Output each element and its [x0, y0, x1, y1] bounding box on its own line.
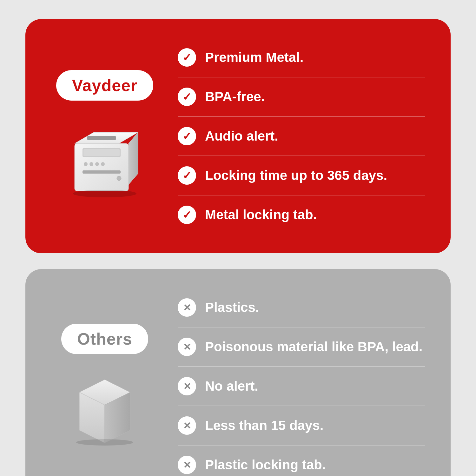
svg-point-6 — [84, 162, 88, 166]
vaydeer-brand-badge: Vaydeer — [56, 70, 154, 101]
feature-row-0: Premium Metal. — [178, 38, 425, 77]
others-feature-text-4: Plastic locking tab. — [205, 457, 326, 473]
others-feature-row-1: Poisonous material like BPA, lead. — [178, 327, 425, 367]
vaydeer-card-left: Vaydeer — [51, 70, 159, 202]
others-feature-text-1: Poisonous material like BPA, lead. — [205, 339, 422, 355]
svg-rect-3 — [87, 136, 116, 140]
feature-row-3: Locking time up to 365 days. — [178, 156, 425, 195]
others-feature-text-2: No alert. — [205, 378, 258, 394]
others-feature-row-2: No alert. — [178, 367, 425, 406]
vaydeer-features-list: Premium Metal. BPA-free. Audio alert. Lo… — [178, 38, 425, 234]
feature-row-4: Metal locking tab. — [178, 195, 425, 234]
svg-point-11 — [117, 176, 121, 181]
svg-point-16 — [76, 439, 133, 446]
feature-row-1: BPA-free. — [178, 77, 425, 117]
svg-rect-10 — [83, 170, 121, 174]
feature-text-2: Audio alert. — [205, 128, 278, 144]
x-icon-1 — [178, 338, 196, 356]
others-feature-row-0: Plastics. — [178, 288, 425, 327]
check-icon-2 — [178, 127, 196, 145]
others-card: Others — [25, 269, 451, 476]
svg-rect-5 — [83, 149, 120, 156]
svg-point-8 — [95, 162, 99, 166]
others-feature-row-4: Plastic locking tab. — [178, 446, 425, 476]
others-feature-text-3: Less than 15 days. — [205, 418, 324, 433]
check-icon-1 — [178, 88, 196, 106]
feature-text-1: BPA-free. — [205, 89, 265, 105]
svg-marker-2 — [129, 132, 138, 185]
svg-point-7 — [89, 162, 93, 166]
check-icon-0 — [178, 48, 196, 67]
vaydeer-card: Vaydeer — [25, 19, 451, 253]
others-features-list: Plastics. Poisonous material like BPA, l… — [178, 288, 425, 476]
x-icon-0 — [178, 298, 196, 317]
svg-point-9 — [101, 162, 105, 166]
others-feature-row-3: Less than 15 days. — [178, 406, 425, 446]
others-card-left: Others — [51, 324, 159, 449]
x-icon-4 — [178, 456, 196, 474]
x-icon-2 — [178, 377, 196, 395]
others-feature-text-0: Plastics. — [205, 300, 259, 315]
check-icon-4 — [178, 206, 196, 224]
vaydeer-product-image — [60, 113, 149, 202]
feature-text-0: Premium Metal. — [205, 50, 303, 65]
feature-text-4: Metal locking tab. — [205, 207, 317, 223]
check-icon-3 — [178, 166, 196, 185]
others-product-image — [60, 367, 149, 449]
others-brand-badge: Others — [61, 324, 148, 354]
feature-row-2: Audio alert. — [178, 117, 425, 156]
svg-point-12 — [73, 190, 136, 197]
x-icon-3 — [178, 416, 196, 435]
feature-text-3: Locking time up to 365 days. — [205, 168, 387, 183]
